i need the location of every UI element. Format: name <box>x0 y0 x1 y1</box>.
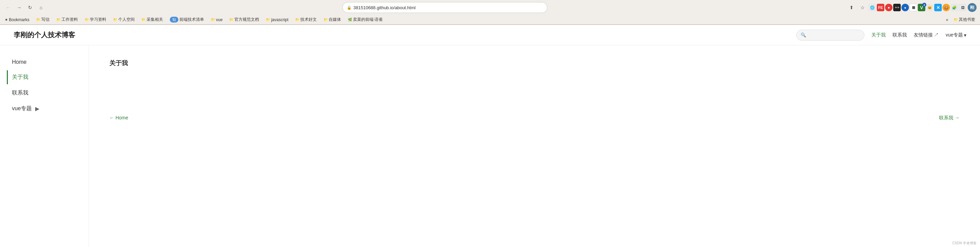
folder-icon-4: 📁 <box>113 18 117 22</box>
bookmark-other-label: 其他书签 <box>959 17 975 22</box>
bookmark-qianduan[interactable]: 知 前端技术清单 <box>169 16 205 23</box>
bookmark-jishu-label: 技术好文 <box>301 17 317 22</box>
ext-v-icon[interactable]: V 2 <box>918 4 925 11</box>
chevron-down-icon: ▾ <box>964 32 966 38</box>
bookmark-jishu[interactable]: 📁 技术好文 <box>294 16 318 23</box>
chevron-right-icon: ▶ <box>35 105 39 112</box>
search-input[interactable] <box>808 32 860 38</box>
address-bar[interactable]: 🔒 381510688.github.io/about.html <box>342 2 547 13</box>
folder-icon-5: 📁 <box>142 18 146 22</box>
lock-icon: 🔒 <box>347 5 352 10</box>
site-header: 李刚的个人技术博客 🔍 关于我 联系我 友情链接 ↗ vue专题 ▾ <box>0 25 980 45</box>
site-nav: 关于我 联系我 友情链接 ↗ vue专题 ▾ <box>871 32 966 38</box>
nav-vue-topic[interactable]: vue专题 ▾ <box>945 32 966 38</box>
sidebar-about-label: 关于我 <box>12 74 29 81</box>
bookmark-javascript[interactable]: 📁 javascript <box>264 17 290 23</box>
bookmarks-bar: ★ Bookmarks 📁 写信 📁 工作资料 📁 学习资料 📁 个人空间 📁 … <box>0 15 980 25</box>
folder-icon-2: 📁 <box>56 18 60 22</box>
browser-toolbar: ← → ↻ ⌂ 🔒 381510688.github.io/about.html… <box>0 0 980 15</box>
sidebar-item-about[interactable]: 关于我 <box>7 70 82 84</box>
ext-dark-icon[interactable]: 👓 <box>893 4 901 11</box>
nav-buttons: ← → ↻ ⌂ <box>3 3 46 12</box>
bookmark-star-icon: ★ <box>5 18 8 22</box>
bookmark-maicai[interactable]: 🌿 卖菜的前端·语雀 <box>347 16 384 23</box>
ext-circle-icon[interactable]: ● <box>901 4 909 11</box>
share-button[interactable]: ⬆ <box>847 3 856 12</box>
bookmark-xiexin[interactable]: 📁 写信 <box>35 16 51 23</box>
bookmark-xiexin-label: 写信 <box>41 17 49 22</box>
reload-button[interactable]: ↻ <box>25 3 35 12</box>
bookmark-vue[interactable]: 📁 vue <box>210 17 224 23</box>
nav-links[interactable]: 友情链接 ↗ <box>914 32 939 38</box>
sidebar-vue-topic-label: vue专题 <box>12 105 32 112</box>
bookmark-geren[interactable]: 📁 个人空间 <box>112 16 136 23</box>
bookmark-star-button[interactable]: ☆ <box>858 3 867 12</box>
bookmark-zimeiti-label: 自媒体 <box>329 17 341 22</box>
sidebar-item-vue-topic[interactable]: vue专题 ▶ <box>7 102 82 116</box>
bookmark-vue-label: vue <box>216 17 223 22</box>
sidebar-contact-label: 联系我 <box>12 89 29 97</box>
browser-chrome: ← → ↻ ⌂ 🔒 381510688.github.io/about.html… <box>0 0 980 25</box>
bookmark-xuexi-label: 学习资料 <box>90 17 106 22</box>
sidebar-item-contact[interactable]: 联系我 <box>7 86 82 100</box>
extension-icons: 🌐 FE ● 👓 ● ⊞ V 2 🐱 ✕ 🍪 🧩 ⊡ <box>869 4 966 11</box>
website: 李刚的个人技术博客 🔍 关于我 联系我 友情链接 ↗ vue专题 ▾ Home … <box>0 25 980 247</box>
ext-expand-icon[interactable]: ⊡ <box>959 4 966 11</box>
prev-page-link[interactable]: ← Home <box>109 115 128 121</box>
folder-icon-3: 📁 <box>85 18 89 22</box>
content-navigation: ← Home 联系我 → <box>109 108 959 121</box>
ext-cookie-icon[interactable]: 🍪 <box>942 4 950 11</box>
leaf-icon: 🌿 <box>348 18 352 22</box>
folder-icon-1: 📁 <box>36 18 40 22</box>
bookmark-gongzuo-label: 工作资料 <box>62 17 78 22</box>
bookmark-maicai-label: 卖菜的前端·语雀 <box>353 17 383 22</box>
main-content: 关于我 ← Home 联系我 → <box>89 45 980 247</box>
bookmark-qianduan-label: 前端技术清单 <box>180 17 204 22</box>
user-avatar[interactable]: 刚 <box>968 3 977 12</box>
folder-icon-7: 📁 <box>211 18 215 22</box>
bookmark-guanfang[interactable]: 📁 官方规范文档 <box>228 16 260 23</box>
nav-contact[interactable]: 联系我 <box>892 32 907 38</box>
bookmark-javascript-label: javascript <box>271 17 288 22</box>
sidebar-home-label: Home <box>12 59 27 65</box>
ext-puzzle-icon[interactable]: 🧩 <box>951 4 958 11</box>
site-title: 李刚的个人技术博客 <box>14 30 796 40</box>
special-badge: 知 <box>170 17 178 22</box>
site-search-bar[interactable]: 🔍 <box>796 30 864 41</box>
nav-about[interactable]: 关于我 <box>871 32 886 38</box>
bookmark-caiji[interactable]: 📁 采集相关 <box>140 16 164 23</box>
sidebar-item-home[interactable]: Home <box>7 55 82 68</box>
main-layout: Home 关于我 联系我 vue专题 ▶ 关于我 ← Home 联系我 → <box>0 45 980 247</box>
bookmark-geren-label: 个人空间 <box>118 17 135 22</box>
ext-fe-icon[interactable]: FE <box>877 4 885 11</box>
bookmark-xuexi[interactable]: 📁 学习资料 <box>83 16 108 23</box>
folder-icon-other: 📁 <box>954 18 958 22</box>
bookmark-guanfang-label: 官方规范文档 <box>234 17 259 22</box>
back-button[interactable]: ← <box>3 3 13 12</box>
ext-grid-icon[interactable]: ⊞ <box>910 4 917 11</box>
ext-red-icon[interactable]: ● <box>885 4 892 11</box>
home-button[interactable]: ⌂ <box>36 3 46 12</box>
bookmark-gongzuo[interactable]: 📁 工作资料 <box>55 16 79 23</box>
folder-icon-11: 📁 <box>324 18 328 22</box>
next-page-link[interactable]: 联系我 → <box>939 115 959 121</box>
bookmark-other[interactable]: 📁 其他书签 <box>952 16 977 23</box>
search-icon: 🔍 <box>800 32 806 38</box>
ext-globe-icon[interactable]: 🌐 <box>869 4 876 11</box>
bookmark-bookmarks[interactable]: ★ Bookmarks <box>3 17 31 23</box>
page-title: 关于我 <box>109 59 959 67</box>
folder-icon-10: 📁 <box>295 18 299 22</box>
bookmarks-more-button[interactable]: » <box>946 17 948 22</box>
ext-face-icon[interactable]: 🐱 <box>926 4 934 11</box>
bookmark-caiji-label: 采集相关 <box>146 17 163 22</box>
url-text: 381510688.github.io/about.html <box>353 5 543 10</box>
ext-badge: 2 <box>922 3 926 7</box>
forward-button[interactable]: → <box>14 3 24 12</box>
footer-note: CSDN 学者博客 <box>952 241 977 245</box>
folder-icon-8: 📁 <box>229 18 233 22</box>
toolbar-icons: ⬆ ☆ 🌐 FE ● 👓 ● ⊞ V 2 🐱 ✕ 🍪 🧩 ⊡ 刚 <box>847 3 977 12</box>
sidebar: Home 关于我 联系我 vue专题 ▶ <box>0 45 89 247</box>
bookmark-bookmarks-label: Bookmarks <box>9 17 29 22</box>
ext-x-icon[interactable]: ✕ <box>934 4 942 11</box>
bookmark-zimeiti[interactable]: 📁 自媒体 <box>322 16 342 23</box>
